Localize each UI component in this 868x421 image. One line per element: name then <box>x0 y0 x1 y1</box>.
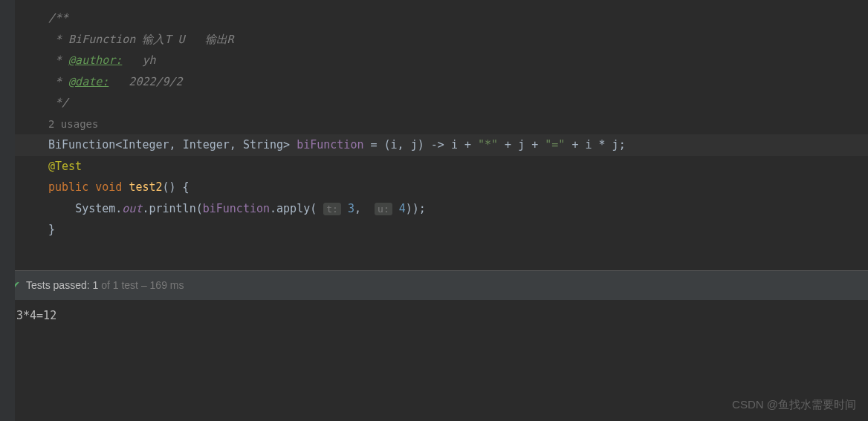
watermark: CSDN @鱼找水需要时间 <box>732 398 856 412</box>
test-status-bar: ✔ Tests passed: 1 of 1 test – 169 ms <box>0 270 868 300</box>
string-literal: "=" <box>545 138 565 151</box>
code-line: * BiFunction 输入T U 输出R <box>15 29 868 50</box>
comment-end: */ <box>48 96 68 109</box>
type-bifunction: BiFunction <box>48 138 115 151</box>
bifunction-ref: biFunction <box>203 202 270 215</box>
tests-passed-label: Tests passed: <box>26 279 90 291</box>
comment-desc: * BiFunction 输入T U 输出R <box>48 33 234 46</box>
kw-public: public <box>48 180 88 194</box>
string-literal: "*" <box>478 138 498 151</box>
author-val: yh <box>122 53 155 67</box>
param-hint-t: t: <box>323 203 341 215</box>
code-line: */ <box>15 92 868 114</box>
code-line: public void test2() { <box>15 177 868 198</box>
param-hint-u: u: <box>375 203 392 215</box>
code-editor[interactable]: /** * BiFunction 输入T U 输出R * @author: yh… <box>0 0 868 248</box>
editor-gutter <box>0 0 15 421</box>
generic-2: Integer <box>183 138 230 151</box>
code-line: /** <box>15 7 868 29</box>
console-output[interactable]: 3*4=12 <box>1 300 868 331</box>
code-line: * @date: 2022/9/2 <box>15 71 868 93</box>
console-line: 3*4=12 <box>16 309 56 322</box>
date-tag: @date: <box>68 75 108 88</box>
println-call: println <box>149 202 195 215</box>
code-line: @Test <box>15 156 868 177</box>
comment-star: * <box>48 53 68 67</box>
generic-1: Integer <box>122 138 169 151</box>
usages-text: 2 usages <box>48 118 98 130</box>
field-bifunction: biFunction <box>297 138 363 151</box>
system-class: System <box>75 202 115 215</box>
arg-t: 3 <box>348 202 354 215</box>
lambda-arrow: -> <box>424 138 451 151</box>
tests-passed-count: 1 <box>93 279 99 291</box>
code-line: * @author: yh <box>15 50 868 71</box>
code-line: } <box>15 219 868 241</box>
author-tag: @author: <box>68 53 122 67</box>
method-name: test2 <box>129 180 162 194</box>
lambda-params: (i, j) <box>384 138 424 151</box>
tests-of-text: of 1 test – 169 ms <box>101 279 184 291</box>
apply-call: apply <box>276 202 310 215</box>
comment-start: /** <box>48 11 68 25</box>
date-val: 2022/9/2 <box>108 75 182 88</box>
kw-void: void <box>95 180 122 194</box>
out-field: out <box>122 202 142 215</box>
test-annotation: @Test <box>48 160 82 173</box>
arg-u: 4 <box>399 202 406 215</box>
comment-star: * <box>48 75 68 88</box>
brace-close: } <box>48 223 55 236</box>
generic-3: String <box>243 138 283 151</box>
code-line: System.out.println(biFunction.apply( t: … <box>15 198 868 220</box>
usages-hint[interactable]: 2 usages <box>15 114 868 135</box>
code-line: BiFunction<Integer, Integer, String> biF… <box>15 134 868 156</box>
